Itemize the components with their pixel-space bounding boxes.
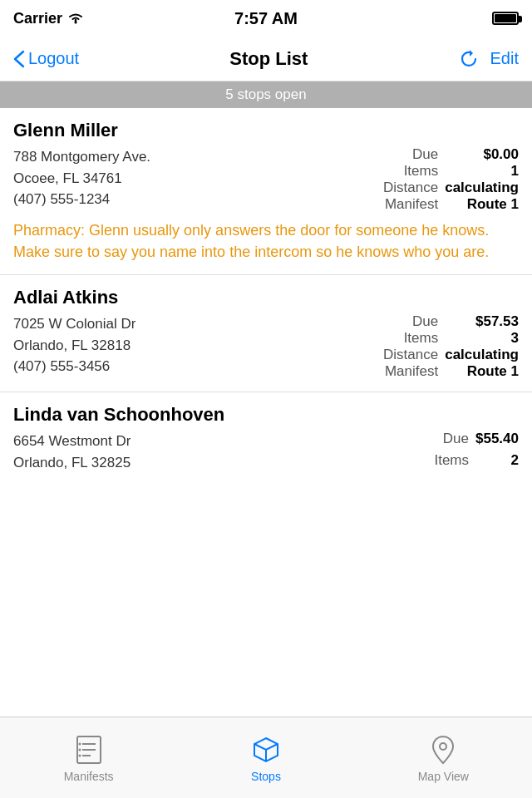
content-area: Glenn Miller 788 Montgomery Ave. Ocoee, … <box>0 108 532 566</box>
stop-meta: Due $55.40 Items 2 <box>434 431 519 473</box>
due-value: $0.00 <box>445 146 519 163</box>
map-view-tab-icon <box>426 733 460 766</box>
svg-point-7 <box>78 748 81 751</box>
tab-bar: Manifests Stops Map View <box>0 717 532 798</box>
distance-value: calculating <box>445 347 519 363</box>
stop-address: 6654 Westmont Dr Orlando, FL 32825 <box>13 431 131 473</box>
stop-address: 7025 W Colonial Dr Orlando, FL 32818 (40… <box>13 313 135 380</box>
status-banner: 5 stops open <box>0 81 532 108</box>
address-line1: 788 Montgomery Ave. <box>13 146 150 168</box>
address-line2: Orlando, FL 32818 <box>13 335 135 357</box>
tab-manifests[interactable]: Manifests <box>1 733 176 783</box>
edit-button[interactable]: Edit <box>490 49 519 68</box>
distance-label: Distance <box>383 347 438 363</box>
stop-meta: Due $57.53 Items 3 Distance calculating … <box>383 313 519 380</box>
stop-meta: Due $0.00 Items 1 Distance calculating M… <box>383 146 519 213</box>
carrier-label: Carrier <box>13 10 62 27</box>
stop-item[interactable]: Glenn Miller 788 Montgomery Ave. Ocoee, … <box>0 108 532 275</box>
back-label: Logout <box>28 49 79 68</box>
stop-details-row: 6654 Westmont Dr Orlando, FL 32825 Due $… <box>13 431 519 473</box>
items-value: 3 <box>445 330 519 347</box>
phone: (407) 555-3456 <box>13 356 135 377</box>
stop-name: Glenn Miller <box>13 120 519 141</box>
nav-title: Stop List <box>229 48 308 70</box>
items-label: Items <box>434 452 469 474</box>
map-view-tab-label: Map View <box>418 770 469 783</box>
due-label: Due <box>434 431 469 452</box>
status-time: 7:57 AM <box>234 9 298 28</box>
due-value: $55.40 <box>475 431 519 452</box>
stop-name: Adlai Atkins <box>13 287 519 308</box>
address-line2: Orlando, FL 32825 <box>13 452 131 474</box>
stop-note: Pharmacy: Glenn usually only answers the… <box>13 219 519 263</box>
stop-details-row: 7025 W Colonial Dr Orlando, FL 32818 (40… <box>13 313 519 380</box>
manifest-label: Manifest <box>383 196 438 213</box>
svg-point-10 <box>440 743 446 750</box>
stop-item[interactable]: Adlai Atkins 7025 W Colonial Dr Orlando,… <box>0 275 532 392</box>
address-line1: 6654 Westmont Dr <box>13 431 131 452</box>
wifi-icon <box>67 12 84 25</box>
tab-map-view[interactable]: Map View <box>356 733 531 783</box>
due-label: Due <box>383 313 438 330</box>
address-line1: 7025 W Colonial Dr <box>13 313 135 335</box>
back-chevron-icon <box>13 50 25 68</box>
stops-tab-label: Stops <box>251 770 281 783</box>
svg-point-6 <box>78 742 81 745</box>
battery-icon <box>492 12 519 25</box>
manifest-value: Route 1 <box>445 196 519 213</box>
items-label: Items <box>383 330 438 347</box>
nav-bar: Logout Stop List Edit <box>0 37 532 81</box>
stops-tab-icon <box>249 733 283 766</box>
status-right <box>492 12 519 25</box>
back-button[interactable]: Logout <box>13 49 79 68</box>
distance-value: calculating <box>445 180 519 196</box>
stop-item[interactable]: Linda van Schoonhoven 6654 Westmont Dr O… <box>0 392 532 485</box>
banner-text: 5 stops open <box>225 86 306 102</box>
items-label: Items <box>383 163 438 180</box>
status-bar: Carrier 7:57 AM <box>0 0 532 37</box>
svg-point-0 <box>75 22 77 24</box>
manifests-tab-label: Manifests <box>64 770 114 783</box>
stop-address: 788 Montgomery Ave. Ocoee, FL 34761 (407… <box>13 146 150 213</box>
phone: (407) 555-1234 <box>13 189 150 210</box>
refresh-icon[interactable] <box>459 48 480 70</box>
items-value: 2 <box>475 452 519 474</box>
due-label: Due <box>383 146 438 163</box>
svg-point-8 <box>78 754 81 756</box>
tab-stops[interactable]: Stops <box>178 733 353 783</box>
carrier-info: Carrier <box>13 10 84 27</box>
manifests-tab-icon <box>72 733 106 766</box>
manifest-value: Route 1 <box>445 363 519 380</box>
stop-name: Linda van Schoonhoven <box>13 404 519 426</box>
stop-details-row: 788 Montgomery Ave. Ocoee, FL 34761 (407… <box>13 146 519 213</box>
due-value: $57.53 <box>445 313 519 330</box>
manifest-label: Manifest <box>383 363 438 380</box>
address-line2: Ocoee, FL 34761 <box>13 168 150 190</box>
svg-marker-1 <box>470 50 473 57</box>
nav-right-actions: Edit <box>459 48 519 70</box>
distance-label: Distance <box>383 180 438 196</box>
items-value: 1 <box>445 163 519 180</box>
